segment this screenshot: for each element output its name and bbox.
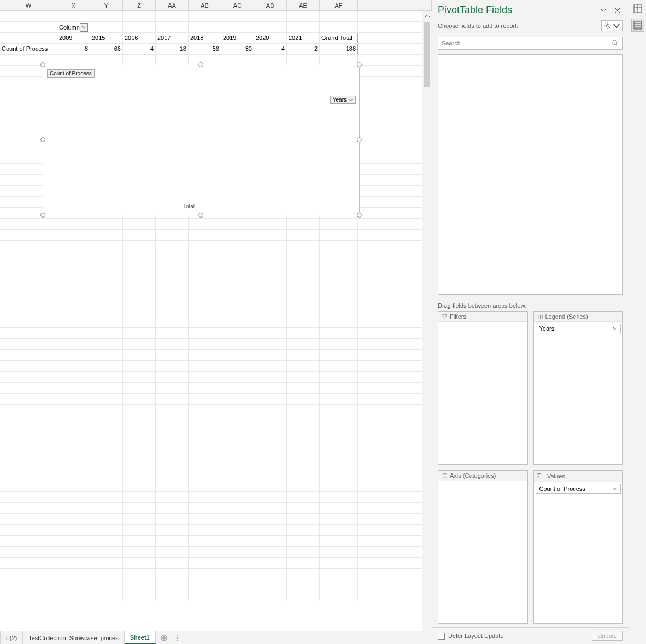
- cell[interactable]: [90, 306, 123, 317]
- cell[interactable]: [0, 558, 57, 568]
- cell[interactable]: [189, 579, 221, 590]
- cell[interactable]: [189, 470, 221, 481]
- cell[interactable]: [189, 569, 221, 579]
- resize-handle[interactable]: [198, 62, 203, 67]
- cell[interactable]: [254, 514, 287, 524]
- cell[interactable]: [57, 579, 90, 590]
- cell[interactable]: Count of Process: [0, 44, 57, 54]
- cell[interactable]: [221, 262, 254, 273]
- cell[interactable]: [320, 481, 358, 491]
- cell[interactable]: 2016: [123, 33, 156, 43]
- cell[interactable]: [254, 55, 287, 65]
- cell[interactable]: [0, 536, 57, 546]
- cell[interactable]: [90, 295, 123, 306]
- cell[interactable]: [123, 558, 156, 568]
- cell[interactable]: [254, 470, 287, 481]
- cell[interactable]: [320, 306, 358, 317]
- cell[interactable]: [189, 448, 221, 459]
- cell[interactable]: 2021: [287, 33, 320, 43]
- cell[interactable]: [57, 536, 90, 546]
- tab-scroll-menu[interactable]: [172, 631, 182, 644]
- cell[interactable]: [254, 579, 287, 590]
- cell[interactable]: [156, 448, 189, 459]
- cell[interactable]: [156, 339, 189, 349]
- cell[interactable]: [221, 459, 254, 470]
- cell[interactable]: [189, 219, 221, 229]
- column-header[interactable]: Z: [123, 0, 156, 10]
- vertical-scrollbar[interactable]: [422, 11, 432, 644]
- cell[interactable]: [90, 590, 123, 601]
- cell[interactable]: [221, 328, 254, 338]
- cell[interactable]: [90, 547, 123, 557]
- cell[interactable]: [221, 481, 254, 491]
- cell[interactable]: [221, 361, 254, 371]
- cell[interactable]: [320, 426, 358, 437]
- cell[interactable]: [221, 11, 254, 21]
- cell[interactable]: [254, 558, 287, 568]
- cell[interactable]: [156, 262, 189, 273]
- cell[interactable]: [90, 437, 123, 448]
- cell[interactable]: [254, 22, 287, 32]
- cell[interactable]: [90, 219, 123, 229]
- cell[interactable]: [123, 590, 156, 601]
- cell[interactable]: [221, 350, 254, 360]
- cell[interactable]: [90, 492, 123, 502]
- cell[interactable]: [123, 11, 156, 21]
- cell[interactable]: [156, 328, 189, 338]
- cell[interactable]: [254, 569, 287, 579]
- cell[interactable]: [123, 547, 156, 557]
- cell[interactable]: [57, 405, 90, 415]
- cell[interactable]: [57, 448, 90, 459]
- cell[interactable]: [189, 306, 221, 317]
- cell[interactable]: [90, 11, 123, 21]
- cell[interactable]: [189, 558, 221, 568]
- cell[interactable]: [189, 262, 221, 273]
- cell[interactable]: [90, 55, 123, 65]
- cell[interactable]: 2018: [189, 33, 221, 43]
- column-header[interactable]: AB: [189, 0, 221, 10]
- cell[interactable]: [90, 536, 123, 546]
- cell[interactable]: [254, 383, 287, 393]
- cell[interactable]: [123, 426, 156, 437]
- cell[interactable]: [287, 350, 320, 360]
- cell[interactable]: [189, 339, 221, 349]
- cell[interactable]: [287, 328, 320, 338]
- cell[interactable]: [189, 350, 221, 360]
- cell[interactable]: [0, 394, 57, 404]
- cell[interactable]: [123, 437, 156, 448]
- cell[interactable]: [0, 317, 57, 327]
- field-search-input[interactable]: [438, 37, 623, 50]
- cell[interactable]: [320, 22, 358, 32]
- scroll-up-button[interactable]: [422, 11, 432, 21]
- column-header[interactable]: X: [57, 0, 90, 10]
- cell[interactable]: [287, 459, 320, 470]
- cell[interactable]: [254, 415, 287, 426]
- cell[interactable]: [287, 492, 320, 502]
- cell[interactable]: [0, 470, 57, 481]
- cell[interactable]: [123, 525, 156, 535]
- cell[interactable]: [287, 22, 320, 32]
- cell[interactable]: 8: [57, 44, 90, 54]
- cell[interactable]: [221, 219, 254, 229]
- cell[interactable]: [156, 569, 189, 579]
- cell[interactable]: [221, 470, 254, 481]
- cell[interactable]: [287, 361, 320, 371]
- cell[interactable]: [0, 350, 57, 360]
- cell[interactable]: [287, 503, 320, 513]
- cell[interactable]: [254, 525, 287, 535]
- cell[interactable]: 18: [156, 44, 189, 54]
- cell[interactable]: [156, 317, 189, 327]
- cell[interactable]: [287, 295, 320, 306]
- cell[interactable]: [123, 470, 156, 481]
- cell[interactable]: [123, 306, 156, 317]
- cell[interactable]: [320, 547, 358, 557]
- cell[interactable]: [189, 415, 221, 426]
- cell[interactable]: [287, 55, 320, 65]
- cell[interactable]: [254, 448, 287, 459]
- cell[interactable]: [123, 284, 156, 295]
- cell[interactable]: [320, 569, 358, 579]
- pane-switch-format[interactable]: [631, 2, 644, 15]
- cell[interactable]: [0, 481, 57, 491]
- cell[interactable]: [123, 273, 156, 284]
- chart-field-button-legend[interactable]: Years: [330, 96, 356, 104]
